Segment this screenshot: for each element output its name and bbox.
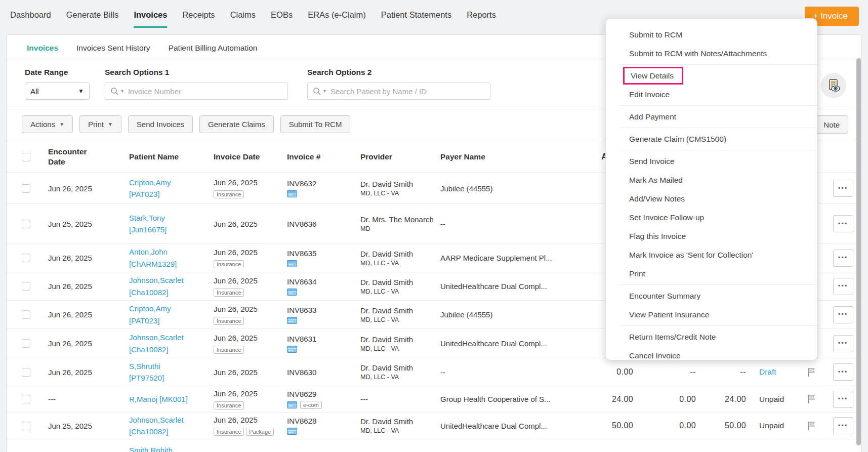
invoice-type-badges: Insurance bbox=[214, 189, 287, 198]
patient-link[interactable]: [ChARM1329] bbox=[129, 258, 214, 270]
row-checkbox[interactable] bbox=[22, 282, 30, 291]
patient-search-input[interactable] bbox=[330, 87, 485, 96]
actions-button[interactable]: Actions▼ bbox=[22, 115, 73, 133]
generate-claims-button[interactable]: Generate Claims bbox=[199, 115, 274, 133]
menu-item-submit-to-rcm[interactable]: Submit to RCM bbox=[606, 25, 817, 44]
menu-item-flag-this-invoice[interactable]: Flag this Invoice bbox=[606, 227, 817, 245]
row-checkbox[interactable] bbox=[22, 220, 30, 228]
table-row-partial: Smith,Rohith bbox=[7, 439, 861, 452]
menu-item-cancel-invoice[interactable]: Cancel Invoice bbox=[606, 346, 817, 365]
print-button[interactable]: Print▼ bbox=[79, 115, 121, 133]
menu-item-send-invoice[interactable]: Send Invoice bbox=[606, 152, 817, 171]
menu-item-add-view-notes[interactable]: Add/View Notes bbox=[606, 189, 817, 208]
menu-item-add-payment[interactable]: Add Payment bbox=[606, 107, 817, 126]
search-type-caret-icon[interactable]: ▼ bbox=[120, 89, 125, 94]
view-document-icon-button[interactable] bbox=[821, 73, 846, 98]
amount-cell: 24.00 bbox=[554, 395, 633, 404]
row-actions-button[interactable]: ••• bbox=[833, 363, 853, 381]
row-actions-button[interactable]: ••• bbox=[833, 278, 853, 295]
row-actions-button[interactable]: ••• bbox=[833, 306, 853, 323]
nav-item-claims[interactable]: Claims bbox=[230, 10, 256, 26]
menu-item-view-details[interactable]: View Details bbox=[606, 66, 817, 85]
patient-link[interactable]: [PAT023] bbox=[129, 188, 214, 200]
nav-item-dashboard[interactable]: Dashboard bbox=[10, 10, 51, 26]
row-checkbox[interactable] bbox=[22, 395, 30, 403]
patient-link[interactable]: Stark,Tony bbox=[129, 212, 214, 224]
menu-item-mark-invoice-as-sent-for-collection[interactable]: Mark Invoice as 'Sent for Collection' bbox=[606, 245, 817, 264]
patient-name-cell: Criptoo,Amy[PAT023] bbox=[129, 303, 214, 326]
nav-item-eras-e-claim[interactable]: ERAs (e-Claim) bbox=[308, 10, 366, 26]
search-options-2-group: Search Options 2 ▼ bbox=[307, 68, 490, 100]
vertical-scrollbar[interactable] bbox=[856, 58, 861, 445]
patient-link[interactable]: S,Shruthi bbox=[129, 360, 214, 372]
row-actions-button[interactable]: ••• bbox=[833, 250, 853, 267]
select-all-checkbox[interactable] bbox=[22, 153, 30, 161]
menu-item-generate-claim-cms1500[interactable]: Generate Claim (CMS1500) bbox=[606, 130, 817, 148]
insurance-badge: Insurance bbox=[214, 190, 244, 198]
date-range-select[interactable]: All ▼ bbox=[25, 83, 90, 100]
row-actions-button[interactable]: ••• bbox=[833, 335, 853, 352]
row-checkbox[interactable] bbox=[22, 254, 30, 262]
tab-invoices-sent-history[interactable]: Invoices Sent History bbox=[76, 44, 150, 60]
flag-icon[interactable] bbox=[807, 394, 816, 404]
patient-link[interactable]: [PAT023] bbox=[129, 315, 214, 326]
row-checkbox[interactable] bbox=[22, 368, 30, 377]
submit-to-rcm-button[interactable]: Submit To RCM bbox=[280, 115, 351, 133]
status-cell[interactable]: Draft bbox=[746, 367, 796, 377]
patient-link[interactable]: Johnson,Scarlet bbox=[129, 414, 214, 426]
row-actions-button[interactable]: ••• bbox=[833, 215, 853, 232]
checkbox-cell bbox=[7, 395, 48, 403]
patient-link[interactable]: Anton,John bbox=[129, 246, 214, 258]
patient-link[interactable]: Smith,Rohith bbox=[129, 444, 214, 452]
patient-name-cell: R,Manoj [MK001] bbox=[129, 393, 214, 405]
patient-name-cell: Johnson,Scarlet[Cha10082] bbox=[129, 274, 214, 298]
patient-link[interactable]: Johnson,Scarlet bbox=[129, 274, 214, 286]
search-type-caret-icon[interactable]: ▼ bbox=[322, 89, 327, 94]
send-invoices-button[interactable]: Send Invoices bbox=[128, 115, 193, 133]
tab-invoices[interactable]: Invoices bbox=[27, 44, 58, 60]
menu-item-mark-as-mailed[interactable]: Mark As Mailed bbox=[606, 171, 817, 189]
invoices-page: DashboardGenerate BillsInvoicesReceiptsC… bbox=[0, 0, 868, 452]
row-actions-button[interactable]: ••• bbox=[833, 417, 853, 434]
invoice-number-input[interactable] bbox=[128, 87, 282, 96]
menu-item-print[interactable]: Print bbox=[606, 264, 817, 283]
nav-item-receipts[interactable]: Receipts bbox=[182, 10, 215, 26]
row-actions-cell: ••• bbox=[826, 306, 859, 323]
patient-link[interactable]: Criptoo,Amy bbox=[129, 177, 214, 188]
column-header-provider: Provider bbox=[360, 152, 440, 162]
nav-item-reports[interactable]: Reports bbox=[467, 10, 496, 26]
nav-item-generate-bills[interactable]: Generate Bills bbox=[66, 10, 119, 26]
menu-item-encounter-summary[interactable]: Encounter Summary bbox=[606, 286, 817, 305]
patient-link[interactable]: [Cha10082] bbox=[129, 286, 214, 298]
menu-item-view-patient-insurance[interactable]: View Patient Insurance bbox=[606, 305, 817, 324]
checkbox-cell bbox=[7, 184, 48, 193]
patient-link[interactable]: Criptoo,Amy bbox=[129, 303, 214, 314]
patient-link[interactable]: [Jun16675] bbox=[129, 224, 214, 235]
menu-item-edit-invoice[interactable]: Edit Invoice bbox=[606, 85, 817, 104]
row-checkbox[interactable] bbox=[22, 184, 30, 193]
row-checkbox[interactable] bbox=[22, 310, 30, 319]
invoice-number-text: INV8630 bbox=[287, 368, 360, 377]
patient-link[interactable]: [PT97520] bbox=[129, 372, 214, 384]
row-checkbox[interactable] bbox=[22, 422, 30, 430]
nav-item-invoices[interactable]: Invoices bbox=[134, 10, 167, 28]
patient-link[interactable]: Johnson,Scarlet bbox=[129, 332, 214, 343]
menu-item-submit-to-rcm-with-notes-attachments[interactable]: Submit to RCM with Notes/Attachments bbox=[606, 44, 817, 63]
row-checkbox[interactable] bbox=[22, 339, 30, 348]
invoice-date-cell: Jun 26, 2025 bbox=[214, 220, 287, 228]
menu-item-set-invoice-follow-up[interactable]: Set Invoice Follow-up bbox=[606, 208, 817, 227]
menu-item-return-items-credit-note[interactable]: Return Items/Credit Note bbox=[606, 327, 817, 346]
tab-patient-billing-automation[interactable]: Patient Billing Automation bbox=[169, 44, 258, 60]
flag-icon[interactable] bbox=[807, 421, 816, 431]
patient-link[interactable]: [Cha10082] bbox=[129, 344, 214, 355]
provider-name: Dr. David Smith bbox=[360, 180, 440, 188]
nav-item-eobs[interactable]: EOBs bbox=[271, 10, 293, 26]
checkbox-cell bbox=[7, 310, 48, 319]
payment-card-icon bbox=[287, 190, 297, 197]
patient-link[interactable]: [Cha10082] bbox=[129, 426, 214, 437]
row-actions-button[interactable]: ••• bbox=[833, 391, 853, 408]
patient-link[interactable]: R,Manoj [MK001] bbox=[129, 393, 214, 405]
row-actions-button[interactable]: ••• bbox=[833, 180, 853, 197]
nav-item-patient-statements[interactable]: Patient Statements bbox=[381, 10, 451, 26]
flag-icon[interactable] bbox=[807, 367, 816, 377]
